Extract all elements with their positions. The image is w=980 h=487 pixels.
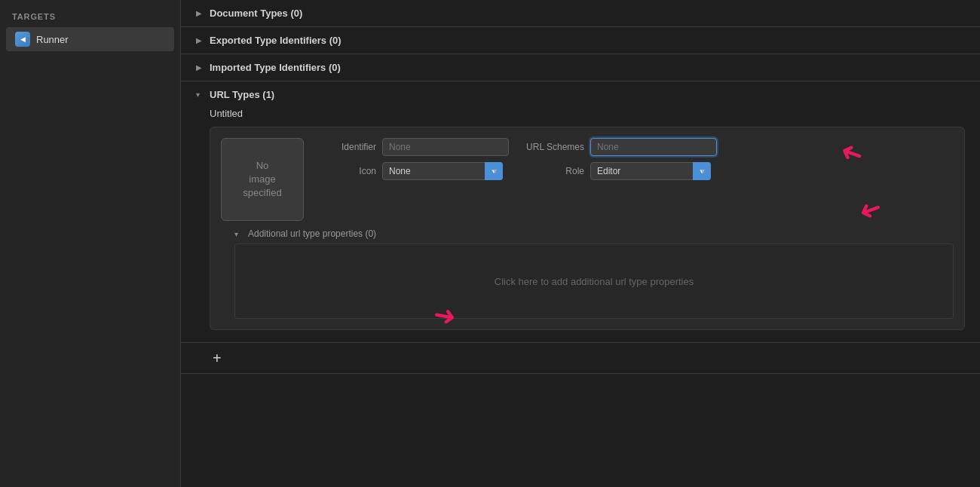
chevron-document-types-icon: ▶ — [196, 9, 205, 17]
sidebar: TARGETS Runner — [0, 0, 181, 487]
sidebar-item-label: Runner — [36, 34, 69, 45]
section-document-types: ▶ Document Types (0) — [181, 0, 980, 27]
col-right: URL Schemes Role None Editor — [524, 138, 717, 180]
url-types-content: Untitled Noimagespecified — [181, 108, 980, 342]
icon-select[interactable]: None — [382, 162, 503, 180]
additional-title: Additional url type properties (0) — [248, 228, 376, 239]
url-schemes-label: URL Schemes — [524, 142, 584, 152]
chevron-url-types-icon: ▾ — [196, 90, 205, 99]
form-fields: Identifier Icon None — [316, 138, 954, 180]
section-header-document-types[interactable]: ▶ Document Types (0) — [181, 0, 980, 26]
add-row: + — [181, 342, 980, 373]
chevron-imported-icon: ▶ — [196, 63, 205, 72]
section-header-imported-type[interactable]: ▶ Imported Type Identifiers (0) — [181, 54, 980, 81]
section-url-types: ▾ URL Types (1) Untitled Noimagespecifie… — [181, 81, 980, 374]
url-schemes-input[interactable] — [590, 138, 717, 156]
chevron-additional-icon: ▾ — [234, 230, 243, 238]
section-header-exported-type[interactable]: ▶ Exported Type Identifiers (0) — [181, 27, 980, 54]
additional-body[interactable]: Click here to add additional url type pr… — [234, 244, 954, 319]
section-title-document-types: Document Types (0) — [210, 8, 302, 19]
url-type-card: Noimagespecified Identifier — [210, 127, 965, 330]
runner-icon — [15, 32, 30, 47]
col-left: Identifier Icon None — [316, 138, 509, 180]
add-url-type-button[interactable]: + — [210, 351, 225, 366]
url-type-fields: Noimagespecified Identifier — [221, 138, 954, 221]
section-imported-type: ▶ Imported Type Identifiers (0) — [181, 54, 980, 81]
chevron-exported-icon: ▶ — [196, 36, 205, 44]
section-title-url-types: URL Types (1) — [210, 89, 274, 100]
icon-select-wrapper: None — [382, 162, 503, 180]
additional-header[interactable]: ▾ Additional url type properties (0) — [234, 228, 954, 239]
image-placeholder[interactable]: Noimagespecified — [221, 138, 304, 221]
url-schemes-row: URL Schemes — [524, 138, 717, 156]
identifier-label: Identifier — [316, 142, 376, 152]
fields-columns: Identifier Icon None — [316, 138, 954, 180]
section-exported-type: ▶ Exported Type Identifiers (0) — [181, 27, 980, 54]
section-title-imported-type: Imported Type Identifiers (0) — [210, 62, 341, 73]
main-content: ▶ Document Types (0) ▶ Exported Type Ide… — [181, 0, 980, 487]
additional-section: ▾ Additional url type properties (0) Cli… — [234, 228, 954, 319]
image-placeholder-text: Noimagespecified — [243, 159, 281, 201]
role-label: Role — [524, 166, 584, 176]
icon-row: Icon None — [316, 162, 509, 180]
identifier-input[interactable] — [382, 138, 509, 156]
section-header-url-types[interactable]: ▾ URL Types (1) — [181, 81, 980, 108]
sidebar-title: TARGETS — [0, 12, 180, 27]
sidebar-item-runner[interactable]: Runner — [6, 27, 174, 51]
role-select-wrapper: None Editor Viewer Shell — [590, 162, 711, 180]
additional-placeholder-text: Click here to add additional url type pr… — [495, 276, 694, 287]
identifier-row: Identifier — [316, 138, 509, 156]
icon-label: Icon — [316, 166, 376, 176]
url-type-entry-label: Untitled — [196, 108, 965, 119]
section-title-exported-type: Exported Type Identifiers (0) — [210, 35, 341, 46]
role-row: Role None Editor Viewer Shell — [524, 162, 717, 180]
role-select[interactable]: None Editor Viewer Shell — [590, 162, 711, 180]
